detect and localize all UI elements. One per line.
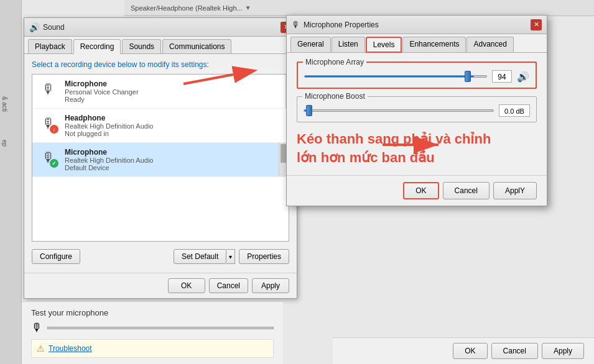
tab-playback[interactable]: Playback [28,39,72,53]
microphone-boost-group: Microphone Boost 0.0 dB [297,96,537,122]
bottom-cancel-button[interactable]: Cancel [491,343,538,359]
bottom-ok-button[interactable]: OK [453,343,487,359]
microphone-boost-slider-container[interactable] [304,104,494,117]
device-info-3: Microphone Realtek High Definition Audio… [65,148,282,171]
device-driver-3: Realtek High Definition Audio [65,157,282,164]
microphone-boost-label: Microphone Boost [302,92,368,101]
microphone-boost-value[interactable]: 0.0 dB [499,104,530,117]
tab-general[interactable]: General [290,37,331,52]
device-icon-1: 🎙 [39,80,58,99]
sidebar-text1: & acti [1,96,8,112]
troubleshoot-row[interactable]: ⚠ Troubleshoot [31,339,274,358]
arrow-left-svg [177,62,258,106]
set-default-arrow-button[interactable]: ▾ [226,249,235,264]
sound-dialog-titlebar: 🔊 Sound ✕ [24,18,297,37]
status-badge-red: ↓ [50,125,58,134]
mic-icon-1: 🎙 [42,81,55,98]
sound-dialog: 🔊 Sound ✕ Playback Recording Sounds Comm… [24,17,297,299]
mic-props-titlebar: 🎙 Microphone Properties ✕ [287,16,547,34]
taskbar-top: Speaker/Headphone (Realtek High... ▼ [124,0,594,16]
tab-sounds[interactable]: Sounds [122,39,161,53]
microphone-boost-row: 0.0 dB [304,104,530,117]
test-mic-slider[interactable] [47,327,274,329]
device-info-2: Headphone Realtek High Definition Audio … [65,114,282,137]
microphone-array-thumb[interactable] [465,71,471,82]
mic-apply-button[interactable]: ApplY [493,182,537,199]
sound-dialog-tabs: Playback Recording Sounds Communications [24,37,297,54]
microphone-array-label: Microphone Array [303,58,366,66]
set-default-button[interactable]: Set Default [174,249,226,264]
sound-icon: 🔊 [29,22,40,32]
mic-props-tabs: General Listen Levels Enhancements Advan… [287,34,547,53]
device-item-2[interactable]: 🎙 ↓ Headphone Realtek High Definition Au… [32,109,289,143]
device-name-3: Microphone [65,148,282,157]
device-status-2: Not plugged in [65,130,282,137]
sound-dialog-footer: OK Cancel Apply [24,273,297,298]
sound-dialog-title-text: Sound [43,23,65,32]
left-sidebar: & acti ep [0,0,22,364]
mic-props-title: 🎙 Microphone Properties [292,20,379,30]
properties-button[interactable]: Properties [239,249,289,264]
tab-recording[interactable]: Recording [73,39,121,54]
sidebar-text2: ep [1,140,8,147]
mic-props-dialog: 🎙 Microphone Properties ✕ General Listen… [286,15,547,206]
mic-ok-button[interactable]: OK [403,182,439,199]
device-icon-3: 🎙 ✓ [39,148,58,168]
microphone-array-track[interactable] [304,75,487,78]
status-badge-green: ✓ [50,159,58,168]
mic-cancel-button[interactable]: Cancel [443,182,490,199]
tab-listen[interactable]: Listen [332,37,365,52]
device-icon-2: 🎙 ↓ [39,114,58,134]
bottom-right-buttons: OK Cancel Apply [333,337,594,364]
mic-props-close-button[interactable]: ✕ [531,19,542,30]
microphone-boost-track[interactable] [304,109,494,112]
microphone-array-value[interactable]: 94 [492,70,512,83]
device-item-3[interactable]: 🎙 ✓ Microphone Realtek High Definition A… [32,143,289,177]
tab-levels[interactable]: Levels [366,37,402,53]
tab-advanced[interactable]: Advanced [466,37,513,52]
test-mic-icon: 🎙 [31,321,42,334]
sound-cancel-button[interactable]: Cancel [209,278,248,293]
warning-icon: ⚠ [37,344,45,353]
sound-dialog-title: 🔊 Sound [29,22,65,32]
set-default-group: Set Default ▾ [174,249,235,264]
bottom-apply-button[interactable]: Apply [542,343,584,359]
microphone-array-group: Microphone Array 94 🔊 [297,61,537,89]
troubleshoot-link[interactable]: Troubleshoot [49,344,92,353]
sound-apply-button[interactable]: Apply [252,278,289,293]
mic-props-title-text: Microphone Properties [304,20,379,29]
microphone-boost-thumb[interactable] [306,105,312,116]
dropdown-arrow-icon[interactable]: ▼ [245,4,251,11]
microphone-array-slider-container[interactable] [304,70,487,83]
device-name-2: Headphone [65,114,282,122]
arrow-right-svg [383,129,457,160]
tab-communications[interactable]: Communications [162,39,231,53]
test-microphone-area: Test your microphone 🎙 ⚠ Troubleshoot [22,301,283,364]
mic-props-footer: OK Cancel ApplY [287,175,547,206]
microphone-array-row: 94 🔊 [304,70,529,83]
microphone-array-fill [305,76,474,77]
speaker-mute-icon[interactable]: 🔊 [517,71,529,83]
sound-ok-button[interactable]: OK [168,278,205,293]
test-mic-label: Test your microphone [31,308,274,317]
device-status-3: Default Device [65,164,282,171]
mic-props-icon: 🎙 [292,20,300,30]
tab-enhancements[interactable]: Enhancements [402,37,466,52]
configure-button[interactable]: Configure [32,249,80,264]
device-action-buttons: Configure Set Default ▾ Properties [32,247,289,266]
window-title-bg: Speaker/Headphone (Realtek High... [131,4,243,12]
test-mic-row: 🎙 [31,321,274,334]
device-driver-2: Realtek High Definition Audio [65,122,282,130]
